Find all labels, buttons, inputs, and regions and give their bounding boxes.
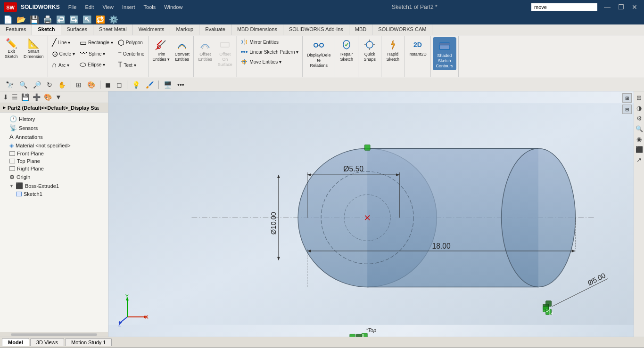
tab-evaluate[interactable]: Evaluate (199, 24, 231, 35)
sidebar-btn-filter[interactable]: ▼ (54, 92, 63, 102)
tab-weldments[interactable]: Weldments (133, 24, 171, 35)
line-button[interactable]: ╱ Line ▾ (50, 37, 77, 48)
view-orient-button[interactable]: 🔭 (4, 80, 16, 89)
tab-surfaces[interactable]: Surfaces (61, 24, 93, 35)
tab-markup[interactable]: Markup (170, 24, 199, 35)
menu-view[interactable]: View (99, 3, 117, 11)
tab-motion-study[interactable]: Motion Study 1 (65, 338, 112, 346)
menu-window[interactable]: Window (160, 3, 186, 11)
convert-entities-button[interactable]: ConvertEntities (173, 37, 191, 64)
view-wireframe-button[interactable]: ◻ (115, 80, 124, 89)
new-button[interactable]: 📄 (2, 15, 14, 24)
view-zoom-in-button[interactable]: 🔍 (17, 80, 29, 89)
spline-button[interactable]: 〰 Spline ▾ (78, 49, 115, 59)
instant2d-button[interactable]: 2D Instant2D (406, 37, 429, 58)
print-button[interactable]: 🖨️ (41, 15, 54, 24)
sidebar-btn-view[interactable]: ⬇ (2, 92, 9, 102)
tab-solidworks-addins[interactable]: SOLIDWORKS Add-Ins (283, 24, 349, 35)
trim-entities-button[interactable]: TrimEntities ▾ (150, 37, 172, 64)
repair-sketch-button[interactable]: RepairSketch (337, 37, 356, 64)
menu-tools[interactable]: Tools (140, 3, 160, 11)
rt-btn-7[interactable]: ↗ (636, 155, 643, 164)
tree-item-sketch1[interactable]: Sketch1 (0, 190, 108, 198)
view-display-button[interactable]: 🎨 (85, 80, 97, 89)
view-scene-button[interactable]: 🖥️ (162, 80, 173, 89)
rt-btn-3[interactable]: ⚙ (636, 114, 643, 123)
tree-item-origin[interactable]: ⊕ Origin (0, 172, 108, 181)
tab-features[interactable]: Features (0, 24, 32, 35)
view-control-btn[interactable]: ⊞ (622, 93, 632, 103)
view-more-button[interactable]: ••• (175, 80, 186, 89)
tree-item-top-plane[interactable]: Top Plane (0, 157, 108, 165)
options-button[interactable]: ⚙️ (107, 15, 120, 24)
sidebar-btn-color[interactable]: 🎨 (43, 92, 53, 102)
rt-btn-4[interactable]: 🔍 (635, 124, 644, 133)
sidebar-btn-save[interactable]: 💾 (20, 92, 30, 102)
rectangle-button[interactable]: ▭ Rectangle ▾ (78, 37, 115, 48)
quick-snaps-button[interactable]: QuickSnaps (360, 37, 379, 64)
shaded-sketch-contours-button[interactable]: ShadedSketchContours (433, 37, 456, 70)
tab-mbd[interactable]: MBD (349, 24, 372, 35)
rt-btn-2[interactable]: ◑ (636, 104, 643, 113)
menu-edit[interactable]: Edit (81, 3, 98, 11)
view-section-button[interactable]: ⊞ (74, 80, 83, 89)
tab-mbd-dimensions[interactable]: MBD Dimensions (231, 24, 283, 35)
linear-sketch-pattern-button[interactable]: Linear Sketch Pattern ▾ (239, 47, 300, 57)
tab-3d-views[interactable]: 3D Views (30, 338, 64, 346)
view-pan-button[interactable]: ✋ (56, 80, 68, 89)
sidebar-scrollbar[interactable] (0, 332, 108, 337)
close-button[interactable]: ✕ (629, 3, 640, 11)
ellipse-button[interactable]: ⬭ Ellipse ▾ (78, 59, 115, 70)
rapid-sketch-button[interactable]: RapidSketch (383, 37, 402, 64)
display-delete-relations-icon (312, 39, 325, 52)
offset-entities-button[interactable]: OffsetEntities (196, 37, 215, 64)
viewport[interactable]: Ø5.50 18.00 Ø10.00 Ø5.00 17 (108, 91, 634, 337)
search-input[interactable] (531, 3, 597, 11)
rt-btn-5[interactable]: ◉ (636, 135, 643, 144)
mirror-entities-button[interactable]: Mirror Entities (239, 37, 300, 47)
offset-on-surface-button[interactable]: OffsetOnSurface (215, 37, 234, 68)
tree-item-front-plane[interactable]: Front Plane (0, 150, 108, 157)
tree-item-history[interactable]: 🕐 History (0, 114, 108, 123)
tab-sketch[interactable]: Sketch (32, 24, 61, 35)
view-appear-button[interactable]: 🖌️ (144, 80, 156, 89)
centerline-button[interactable]: ⁻ Centerline (116, 49, 147, 59)
circle-button[interactable]: ⊙ Circle ▾ (50, 49, 77, 59)
menu-file[interactable]: File (65, 3, 81, 11)
save-button[interactable]: 💾 (28, 15, 41, 24)
view-control-btn2[interactable]: ⊟ (622, 105, 632, 114)
tree-item-material[interactable]: ◈ Material <not specified> (0, 141, 108, 150)
move-entities-button[interactable]: Move Entities ▾ (239, 57, 300, 66)
sidebar-btn-add[interactable]: ➕ (32, 92, 41, 102)
tree-item-right-plane[interactable]: Right Plane (0, 165, 108, 172)
view-zoom-out-button[interactable]: 🔎 (31, 80, 43, 89)
display-delete-relations-button[interactable]: Display/DeleteRelations (305, 37, 333, 69)
redo-button[interactable]: ↪️ (68, 15, 80, 24)
minimize-button[interactable]: — (601, 3, 613, 11)
undo-button[interactable]: ↩️ (55, 15, 67, 24)
rt-btn-6[interactable]: ⬛ (635, 145, 644, 154)
tree-item-sensors[interactable]: 📡 Sensors (0, 123, 108, 132)
arc-button[interactable]: ∩ Arc ▾ (50, 60, 77, 70)
rt-btn-1[interactable]: ⊞ (636, 93, 643, 102)
rectangle-label: Rectangle ▾ (88, 40, 113, 45)
exit-sketch-button[interactable]: ✏️ ExitSketch (2, 37, 21, 61)
smart-dimension-button[interactable]: 📐 SmartDimension (22, 37, 46, 61)
sidebar-btn-list[interactable]: ☰ (11, 92, 19, 102)
view-shaded-button[interactable]: ◼ (103, 80, 113, 89)
open-button[interactable]: 📂 (15, 15, 27, 24)
menu-insert[interactable]: Insert (118, 3, 139, 11)
text-button[interactable]: T Text ▾ (116, 60, 147, 70)
tree-item-annotations[interactable]: A Annotations (0, 132, 108, 141)
restore-button[interactable]: ❐ (615, 3, 627, 11)
tree-item-boss-extrude1[interactable]: ▼ ⬛ Boss-Extrude1 (0, 181, 108, 190)
select-button[interactable]: ↖️ (81, 15, 93, 24)
rebuild-button[interactable]: 🔁 (94, 15, 107, 24)
view-rotate-button[interactable]: ↻ (45, 80, 54, 89)
polygon-button[interactable]: ⬡ Polygon (116, 37, 147, 48)
view-lights-button[interactable]: 💡 (130, 80, 142, 89)
sidebar-scrollbar-thumb[interactable] (11, 333, 97, 336)
tab-model[interactable]: Model (2, 338, 29, 346)
tab-solidworks-cam[interactable]: SOLIDWORKS CAM (372, 24, 432, 35)
tab-sheet-metal[interactable]: Sheet Metal (93, 24, 133, 35)
